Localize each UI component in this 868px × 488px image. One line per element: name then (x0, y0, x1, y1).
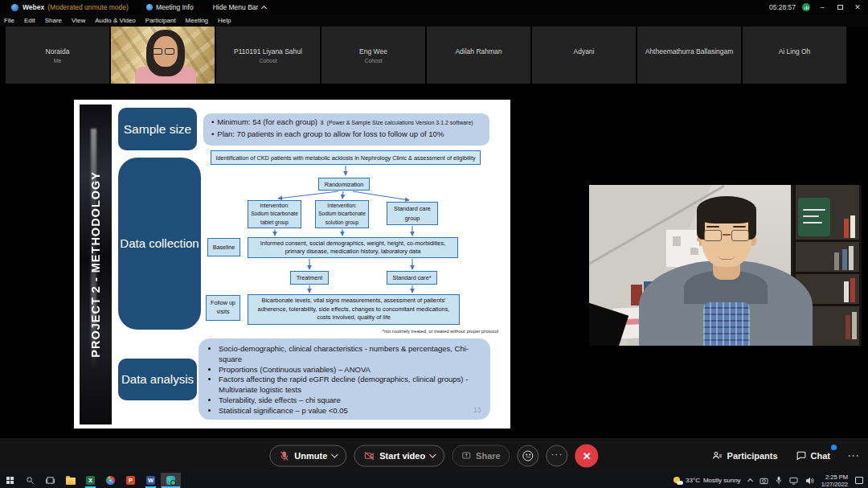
menu-edit[interactable]: Edit (24, 17, 35, 24)
tray-volume-icon[interactable] (805, 477, 814, 485)
chrome-icon (106, 476, 115, 485)
menu-help[interactable]: Help (218, 17, 231, 24)
folder-icon (66, 478, 76, 485)
weather-widget[interactable]: 33°C Mostly sunny (674, 477, 741, 485)
glasses (704, 230, 722, 241)
menu-file[interactable]: File (4, 17, 14, 24)
menu-bar: File Edit Share View Audio & Video Parti… (0, 14, 868, 27)
restore-button[interactable] (834, 0, 845, 14)
meeting-timer: 05:28:57 (769, 3, 796, 11)
hide-menu-bar-label: Hide Menu Bar (213, 3, 259, 11)
start-button[interactable] (0, 473, 20, 488)
unmute-label: Unmute (294, 451, 327, 461)
analysis-bullet: Tolerability, side effects – chi square (219, 396, 482, 406)
menu-share[interactable]: Share (45, 17, 62, 24)
mic-muted-icon (279, 450, 289, 461)
flow-followup-box: Follow up visits (206, 295, 240, 321)
participant-tile[interactable]: Ahtheemathurra Ballasingam (637, 27, 741, 84)
windows-logo-icon (6, 477, 14, 484)
more-options-button[interactable]: ··· (547, 445, 568, 466)
analysis-bullet: Proportions (Continuous variables) – ANO… (219, 365, 482, 375)
menu-view[interactable]: View (72, 17, 85, 24)
participant-tile[interactable]: Eng Wee Cohost (321, 27, 425, 84)
panel-options-button[interactable]: ··· (848, 450, 860, 461)
tray-mic-icon[interactable] (776, 476, 782, 485)
file-explorer-button[interactable] (60, 473, 80, 488)
webex-logo-icon (11, 4, 18, 11)
task-view-button[interactable] (40, 473, 60, 488)
participant-tile[interactable]: P110191 Liyana Sahul Cohost (216, 27, 320, 84)
menu-meeting[interactable]: Meeting (186, 17, 208, 24)
flow-baseline-box: Baseline (207, 238, 240, 256)
weather-icon (674, 477, 682, 485)
sample-size-panel: •Minimum: 54 (for each group)8(Power & S… (203, 113, 489, 146)
earbud (696, 241, 699, 248)
start-video-button[interactable]: Start video (354, 445, 444, 466)
sample-size-heading: Sample size (118, 108, 197, 150)
sample-bullet-1: Minimum: 54 (for each group) (217, 117, 317, 129)
participant-name: Eng Wee (359, 47, 387, 55)
minimize-button[interactable]: – (817, 0, 828, 14)
webex-icon (166, 476, 175, 485)
word-button[interactable]: W (141, 473, 161, 488)
word-icon: W (146, 476, 155, 485)
camera-off-icon (363, 450, 375, 461)
chevron-down-icon[interactable] (429, 451, 436, 457)
meeting-info-button[interactable]: Meeting Info (146, 3, 194, 11)
data-analysis-heading: Data analysis (118, 359, 197, 400)
smiley-icon (523, 450, 534, 461)
participant-tile[interactable]: Adilah Rahman (427, 27, 530, 84)
tray-expand-icon[interactable] (747, 478, 753, 484)
analysis-bullet: Socio-demographic, clinical characterist… (219, 344, 482, 365)
weather-desc: Mostly sunny (703, 477, 741, 484)
reactions-button[interactable] (518, 445, 539, 466)
participants-button[interactable]: Participants (712, 450, 778, 461)
powerpoint-button[interactable]: P (121, 473, 141, 488)
excel-button[interactable]: X (80, 473, 100, 488)
clock-date: 1/27/2022 (821, 481, 848, 488)
chat-label: Chat (811, 451, 830, 461)
participant-role: Cohost (259, 58, 276, 64)
flow-tablet-arm-box: Intervention: Sodium bicarbonate tablet … (248, 200, 301, 228)
hide-menu-bar-button[interactable]: Hide Menu Bar (213, 3, 267, 11)
menu-participant[interactable]: Participant (145, 17, 176, 24)
flow-standard-care-box: Standard care* (387, 271, 437, 285)
menu-audio-video[interactable]: Audio & Video (95, 17, 136, 24)
chrome-button[interactable] (100, 473, 121, 488)
analysis-bullet: Factors affecting the rapid eGFR decline… (219, 375, 482, 396)
chat-notification-badge (831, 445, 837, 450)
remote-video-overlay[interactable] (589, 185, 862, 346)
unmute-button[interactable]: Unmute (269, 445, 346, 466)
slide-vertical-title: PROJECT 2 - METHODOLOGY (89, 171, 102, 358)
participant-tile[interactable]: Ai Ling Oh (743, 27, 846, 84)
slide-page-number: 13 (473, 406, 481, 414)
taskbar-search-button[interactable] (20, 473, 40, 488)
taskbar-clock[interactable]: 2:25 PM 1/27/2022 (821, 474, 848, 488)
webex-taskbar-button[interactable] (161, 473, 181, 488)
action-center-icon[interactable] (855, 477, 863, 484)
analysis-bullet: Statistical significance – p value <0.05 (219, 406, 482, 416)
flow-treatment-box: Treatment (290, 271, 329, 285)
main-stage: PROJECT 2 - METHODOLOGY Sample size Data… (0, 84, 868, 438)
leave-meeting-button[interactable]: ✕ (575, 444, 599, 467)
chat-button[interactable]: Chat (796, 450, 830, 461)
participants-icon (712, 450, 723, 461)
participant-tile[interactable]: Adyani (532, 27, 636, 84)
participant-tile[interactable]: Noraida Me (6, 27, 109, 84)
sample-bullet-2: Plan: 70 patients in each group to allow… (217, 129, 444, 141)
task-view-icon (46, 476, 55, 485)
flow-informed-consent-box: Informed consent, social demographics, w… (248, 237, 458, 258)
tray-camera-icon[interactable] (760, 477, 768, 485)
flow-randomization-box: Randomization (318, 178, 370, 191)
flow-bicarbonate-box: Bicarbonate levels, vital signs measurem… (248, 294, 460, 325)
shared-slide: PROJECT 2 - METHODOLOGY Sample size Data… (74, 100, 510, 429)
chat-icon (796, 450, 806, 461)
participant-video-tile[interactable] (111, 27, 215, 84)
meeting-info-icon (146, 4, 153, 10)
close-button[interactable]: ✕ (852, 0, 863, 14)
app-title: Webex (23, 3, 44, 11)
chevron-down-icon[interactable] (331, 451, 338, 457)
participant-name: Noraida (46, 47, 70, 55)
tray-display-icon[interactable] (789, 477, 798, 485)
share-button[interactable]: Share (452, 445, 510, 466)
